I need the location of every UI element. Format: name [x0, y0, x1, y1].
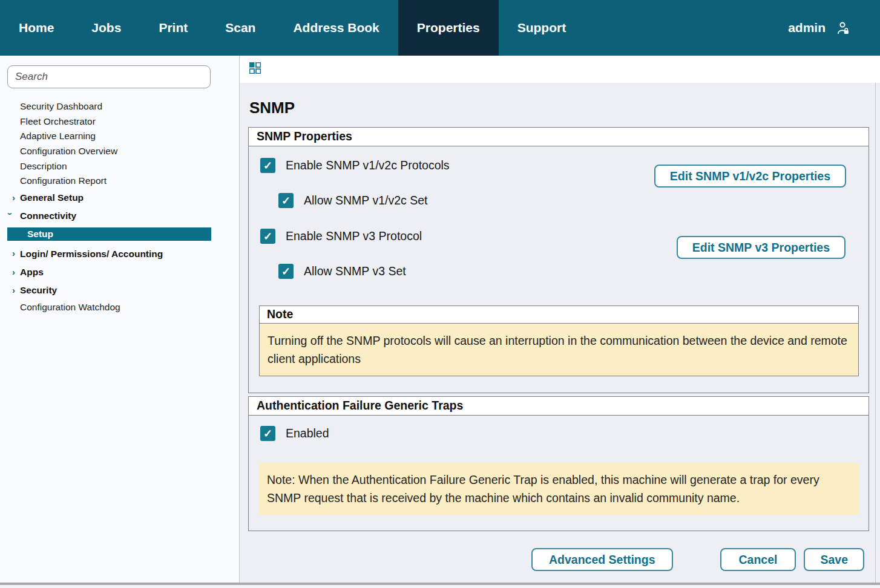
- checkbox-auth-traps-enabled[interactable]: [260, 426, 275, 441]
- search-input[interactable]: [7, 65, 211, 88]
- chevron-right-icon: ›: [12, 249, 15, 258]
- nav-tab-home[interactable]: Home: [0, 0, 73, 56]
- sidebar-item-configuration-overview[interactable]: Configuration Overview: [0, 144, 239, 159]
- auth-traps-section: Authentication Failure Generic Traps Ena…: [248, 396, 869, 531]
- sidebar-item-fleet-orchestrator[interactable]: Fleet Orchestrator: [0, 114, 239, 129]
- sidebar-item-configuration-report[interactable]: Configuration Report: [0, 174, 239, 189]
- checkbox-allow-snmp-v3-set[interactable]: [278, 264, 294, 279]
- app-window: Home Jobs Print Scan Address Book Proper…: [0, 0, 880, 588]
- chevron-right-icon: ›: [12, 267, 15, 276]
- checkbox-label: Enable SNMP v3 Protocol: [286, 229, 422, 243]
- sidebar-item-configuration-watchdog[interactable]: Configuration Watchdog: [0, 300, 239, 315]
- checkbox-enable-snmp-v3[interactable]: [260, 229, 275, 244]
- nav-tab-address-book[interactable]: Address Book: [274, 0, 398, 56]
- row-enabled: Enabled: [260, 426, 869, 441]
- nav-user-label: admin: [788, 21, 826, 35]
- content-body: SNMP SNMP Properties Enable SNMP v1/v2c …: [248, 83, 869, 571]
- sidebar-item-general-setup[interactable]: › General Setup: [0, 189, 239, 207]
- note-title: Note: [260, 306, 858, 324]
- edit-snmp-v3-button[interactable]: Edit SNMP v3 Properties: [677, 236, 846, 259]
- save-button[interactable]: Save: [804, 548, 864, 571]
- grid-icon[interactable]: [249, 62, 880, 74]
- checkbox-allow-snmp-v1v2c-set[interactable]: [278, 193, 294, 208]
- note-text: Turning off the SNMP protocols will caus…: [260, 324, 858, 376]
- note-box: Note Turning off the SNMP protocols will…: [259, 305, 859, 376]
- row-allow-v3-set: Allow SNMP v3 Set: [278, 264, 406, 279]
- sidebar-item-apps[interactable]: › Apps: [0, 263, 239, 281]
- sidebar-item-adaptive-learning[interactable]: Adaptive Learning: [0, 129, 239, 144]
- page-title: SNMP: [249, 99, 869, 117]
- nav-user-menu[interactable]: admin: [788, 0, 851, 56]
- snmp-properties-section: SNMP Properties Enable SNMP v1/v2c Proto…: [248, 127, 869, 393]
- content-top-strip: [240, 56, 880, 83]
- checkbox-label: Allow SNMP v1/v2c Set: [304, 194, 427, 207]
- row-allow-v1v2c-set: Allow SNMP v1/v2c Set: [278, 193, 427, 208]
- auth-traps-body: Enabled Note: When the Authentication Fa…: [249, 416, 869, 531]
- nav-tab-support[interactable]: Support: [499, 0, 585, 56]
- snmp-properties-body: Enable SNMP v1/v2c Protocols Allow SNMP …: [249, 146, 869, 393]
- sidebar-item-connectivity[interactable]: › Connectivity: [0, 207, 239, 225]
- nav-tab-scan[interactable]: Scan: [206, 0, 274, 56]
- row-enable-v3: Enable SNMP v3 Protocol: [260, 229, 422, 244]
- auth-note-text: Note: When the Authentication Failure Ge…: [259, 463, 859, 515]
- edit-snmp-v1v2c-button[interactable]: Edit SNMP v1/v2c Properties: [654, 165, 846, 188]
- chevron-right-icon: ›: [12, 193, 15, 202]
- nav-tab-print[interactable]: Print: [140, 0, 206, 56]
- sidebar-nav: Security Dashboard Fleet Orchestrator Ad…: [0, 99, 239, 315]
- sidebar-item-setup[interactable]: Setup: [7, 227, 211, 241]
- top-navigation: Home Jobs Print Scan Address Book Proper…: [0, 0, 880, 56]
- bottom-strip: [0, 585, 880, 588]
- sidebar-item-login-permissions-accounting[interactable]: › Login/ Permissions/ Accounting: [0, 244, 239, 263]
- sidebar-item-description[interactable]: Description: [0, 158, 239, 174]
- cancel-button[interactable]: Cancel: [720, 548, 796, 571]
- sidebar-item-security[interactable]: › Security: [0, 281, 239, 299]
- advanced-settings-button[interactable]: Advanced Settings: [531, 548, 673, 571]
- checkbox-enable-snmp-v1v2c[interactable]: [260, 158, 275, 173]
- checkbox-label: Enable SNMP v1/v2c Protocols: [286, 158, 450, 172]
- sidebar-item-security-dashboard[interactable]: Security Dashboard: [0, 99, 239, 114]
- nav-tab-properties[interactable]: Properties: [398, 0, 499, 56]
- footer-button-row: Advanced Settings Cancel Save: [248, 548, 869, 571]
- sidebar: Security Dashboard Fleet Orchestrator Ad…: [0, 56, 240, 588]
- nav-tab-jobs[interactable]: Jobs: [73, 0, 140, 56]
- row-enable-v1v2c: Enable SNMP v1/v2c Protocols: [260, 158, 450, 173]
- main-content: SNMP SNMP Properties Enable SNMP v1/v2c …: [240, 56, 880, 588]
- snmp-properties-section-title: SNMP Properties: [249, 128, 869, 146]
- checkbox-label: Allow SNMP v3 Set: [304, 264, 406, 278]
- content-right-edge: [875, 83, 876, 583]
- user-lock-icon: [835, 20, 851, 36]
- auth-traps-section-title: Authentication Failure Generic Traps: [249, 397, 869, 416]
- chevron-right-icon: ›: [12, 286, 15, 295]
- chevron-down-icon: ›: [6, 212, 15, 215]
- checkbox-label: Enabled: [286, 426, 329, 440]
